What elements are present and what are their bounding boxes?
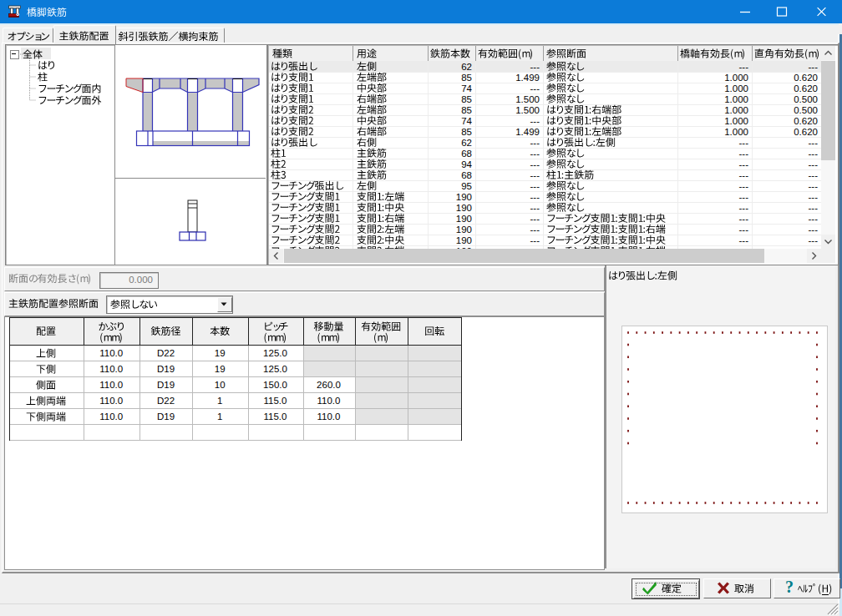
svg-text:?: ? — [785, 579, 794, 596]
